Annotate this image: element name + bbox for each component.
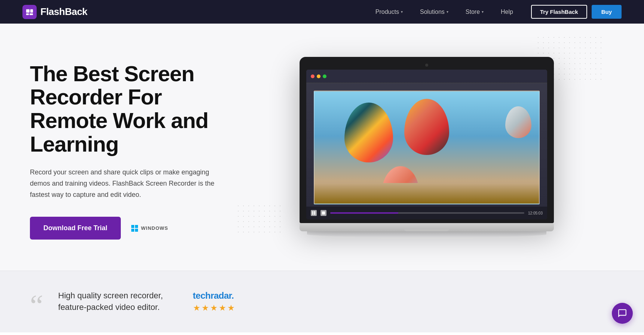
testimonial-strip: “ High quality screen recorder, feature-… [0, 271, 644, 332]
testimonial-line2: feature-packed video editor. [58, 302, 163, 313]
windows-icon [131, 225, 138, 232]
chevron-down-icon: ▾ [401, 10, 403, 14]
dots-decoration-bottom [236, 203, 280, 233]
balloon-2 [404, 99, 449, 155]
star-2: ★ [202, 303, 209, 313]
star-1: ★ [193, 303, 200, 313]
svg-rect-2 [26, 13, 29, 15]
balloon-3 [505, 106, 531, 138]
logo-svg [25, 8, 34, 16]
quote-mark: “ [30, 293, 43, 317]
balloon-scene [314, 91, 540, 204]
chat-bubble-button[interactable] [612, 303, 633, 324]
balloon-1 [344, 103, 393, 162]
traffic-dot-yellow [317, 74, 321, 78]
hero-description: Record your screen and share quick clips… [30, 167, 217, 200]
nav-link-products[interactable]: Products ▾ [369, 6, 410, 18]
laptop-screen-outer: 12:05:03 [300, 57, 554, 223]
progress-bar [330, 212, 524, 214]
landscape [315, 183, 539, 204]
techradar-dot: . [231, 290, 234, 301]
hero-visual: 12:05:03 [239, 46, 614, 256]
techradar-name: techradar [193, 290, 232, 301]
testimonial-source: techradar. ★ ★ ★ ★ ★ [193, 290, 235, 313]
chevron-down-icon: ▾ [482, 10, 484, 14]
svg-rect-5 [314, 211, 315, 215]
navbar: FlashBack Products ▾ Solutions ▾ Store ▾… [0, 0, 644, 24]
traffic-dot-green [323, 74, 326, 78]
stop-icon [322, 211, 325, 214]
testimonial-text-block: High quality screen recorder, feature-pa… [58, 290, 163, 313]
play-pause-btn [311, 210, 317, 216]
nav-link-store[interactable]: Store ▾ [459, 6, 490, 18]
blob-right [554, 214, 629, 244]
laptop-camera [425, 64, 428, 67]
star-3: ★ [210, 303, 218, 313]
nav-links: Products ▾ Solutions ▾ Store ▾ Help [369, 6, 520, 18]
traffic-dot-red [311, 74, 315, 78]
testimonial-line1: High quality screen recorder, [58, 290, 163, 302]
svg-rect-4 [312, 211, 313, 215]
svg-rect-1 [30, 9, 33, 12]
hero-title: The Best Screen Recorder For Remote Work… [30, 62, 239, 156]
svg-rect-3 [30, 13, 33, 15]
star-5: ★ [227, 303, 235, 313]
chevron-down-icon: ▾ [447, 10, 448, 14]
nav-link-help[interactable]: Help [494, 6, 520, 18]
hero-cta-row: Download Free Trial WINDOWS [30, 217, 239, 240]
laptop-mockup: 12:05:03 [300, 57, 554, 237]
windows-badge: WINDOWS [131, 225, 168, 232]
buy-button[interactable]: Buy [592, 5, 622, 19]
download-free-trial-button[interactable]: Download Free Trial [30, 217, 121, 240]
logo-text: FlashBack [40, 6, 88, 18]
screen-toolbar [306, 70, 547, 83]
nav-link-solutions[interactable]: Solutions ▾ [413, 6, 455, 18]
time-display: 12:05:03 [528, 211, 543, 215]
hero-content: The Best Screen Recorder For Remote Work… [30, 62, 239, 240]
logo-link[interactable]: FlashBack [22, 5, 88, 19]
techradar-logo: techradar. [193, 290, 234, 301]
logo-icon [22, 5, 37, 19]
screen-controls: 12:05:03 [306, 207, 547, 219]
star-rating: ★ ★ ★ ★ ★ [193, 303, 235, 313]
laptop-base [300, 223, 554, 231]
chat-icon [617, 308, 627, 318]
pause-icon [312, 211, 315, 215]
progress-fill [330, 212, 398, 214]
hero-section: The Best Screen Recorder For Remote Work… [0, 24, 644, 271]
svg-rect-6 [322, 211, 325, 214]
laptop-shadow [307, 231, 546, 237]
laptop-screen: 12:05:03 [306, 70, 547, 219]
screen-content: 12:05:03 [306, 70, 547, 219]
svg-rect-0 [26, 9, 30, 12]
star-4: ★ [219, 303, 226, 313]
screen-main: 12:05:03 [306, 83, 547, 219]
stop-btn [321, 210, 326, 216]
try-flashback-button[interactable]: Try FlashBack [531, 5, 587, 19]
